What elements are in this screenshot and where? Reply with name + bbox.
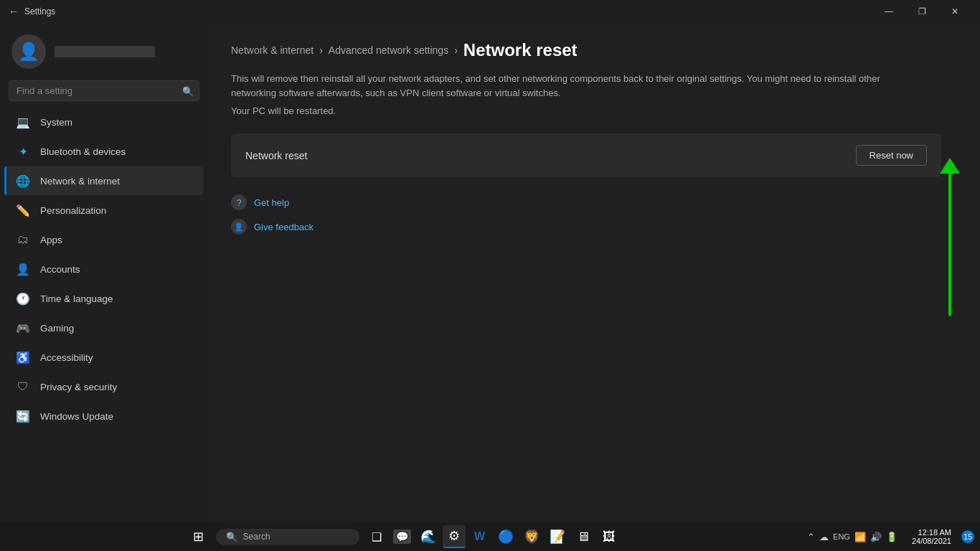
sidebar-label-apps: Apps: [40, 235, 62, 245]
sidebar-label-personalization: Personalization: [40, 205, 106, 216]
content-area: Network & internet › Advanced network se…: [208, 23, 980, 522]
arrow-line: [948, 172, 951, 316]
help-links: ? Get help 👤 Give feedback: [231, 194, 957, 235]
user-name-placeholder: [55, 46, 155, 57]
sidebar-item-accounts[interactable]: 👤 Accounts: [4, 255, 204, 283]
tray-battery[interactable]: 🔋: [886, 532, 897, 542]
tray-keyboard[interactable]: ENG: [833, 532, 850, 541]
give-feedback-link[interactable]: 👤 Give feedback: [231, 219, 957, 235]
taskbar-remote[interactable]: 🖥: [572, 525, 595, 548]
sidebar-label-update: Windows Update: [40, 411, 113, 422]
edge-icon: 🌊: [420, 529, 436, 545]
main-window: 👤 🔍 💻 System ✦ Bluetooth & devices 🌐 Net…: [0, 23, 980, 522]
taskbar-photos[interactable]: 🖼: [598, 525, 621, 548]
sidebar-item-privacy[interactable]: 🛡 Privacy & security: [4, 372, 204, 401]
clock[interactable]: 12:18 AM 24/08/2021: [906, 528, 957, 545]
sidebar-item-time[interactable]: 🕐 Time & language: [4, 284, 204, 313]
minimize-button[interactable]: —: [872, 0, 905, 23]
start-button[interactable]: ⊞: [187, 525, 210, 548]
word-icon: W: [474, 530, 485, 543]
taskbar-search-icon: 🔍: [226, 532, 237, 542]
accessibility-icon: ♿: [16, 350, 30, 364]
accounts-icon: 👤: [16, 262, 30, 276]
give-feedback-label: Give feedback: [254, 222, 314, 232]
get-help-link[interactable]: ? Get help: [231, 194, 957, 210]
apps-icon: 🗂: [16, 232, 30, 247]
breadcrumb-advanced[interactable]: Advanced network settings: [329, 44, 448, 56]
brave-icon: 🦁: [524, 529, 540, 545]
taskbar-word[interactable]: W: [468, 525, 491, 548]
page-description: This will remove then reinstall all your…: [231, 72, 920, 100]
taskbar-search-text: Search: [243, 532, 270, 542]
user-icon: 👤: [18, 42, 39, 62]
tray-chevron[interactable]: ⌃: [807, 532, 815, 542]
search-icon: 🔍: [182, 85, 194, 96]
notification-badge[interactable]: 15: [961, 530, 974, 543]
reset-card-label: Network reset: [245, 150, 307, 161]
titlebar-controls: — ❐ ✕: [872, 0, 971, 23]
maximize-button[interactable]: ❐: [905, 0, 938, 23]
sidebar-item-bluetooth[interactable]: ✦ Bluetooth & devices: [4, 137, 204, 166]
sidebar-item-accessibility[interactable]: ♿ Accessibility: [4, 343, 204, 372]
taskbar-teams[interactable]: 💬: [391, 525, 414, 548]
sidebar-label-system: System: [40, 117, 72, 128]
teams-icon: 💬: [393, 529, 411, 544]
close-button[interactable]: ✕: [938, 0, 971, 23]
chrome-icon: 🔵: [498, 529, 514, 545]
gaming-icon: 🎮: [16, 321, 30, 335]
taskbar-app9[interactable]: 📝: [546, 525, 569, 548]
system-tray: ⌃ ☁ ENG 📶 🔊 🔋: [801, 532, 903, 542]
taskbar-edge[interactable]: 🌊: [417, 525, 440, 548]
green-arrow-annotation: [940, 158, 960, 316]
reset-card: Network reset Reset now: [231, 133, 941, 177]
breadcrumb-sep-1: ›: [319, 44, 323, 56]
breadcrumb-current: Network reset: [463, 40, 578, 60]
sidebar-label-accessibility: Accessibility: [40, 352, 93, 363]
bluetooth-icon: ✦: [16, 144, 30, 159]
tray-cloud[interactable]: ☁: [819, 532, 829, 542]
breadcrumb-sep-2: ›: [454, 44, 458, 56]
update-icon: 🔄: [16, 409, 30, 423]
sidebar: 👤 🔍 💻 System ✦ Bluetooth & devices 🌐 Net…: [0, 23, 208, 522]
user-profile[interactable]: 👤: [0, 23, 208, 77]
give-feedback-icon: 👤: [231, 219, 247, 235]
get-help-label: Get help: [254, 197, 289, 208]
taskbar-chrome[interactable]: 🔵: [494, 525, 517, 548]
sidebar-item-update[interactable]: 🔄 Windows Update: [4, 402, 204, 430]
breadcrumb-network[interactable]: Network & internet: [231, 44, 314, 56]
sidebar-item-personalization[interactable]: ✏️ Personalization: [4, 196, 204, 225]
taskbar-search[interactable]: 🔍 Search: [216, 529, 359, 545]
settings-icon: ⚙: [448, 528, 460, 544]
breadcrumb: Network & internet › Advanced network se…: [231, 40, 957, 60]
sidebar-item-network[interactable]: 🌐 Network & internet: [4, 166, 204, 195]
titlebar: ← Settings — ❐ ✕: [0, 0, 980, 23]
taskbar-brave[interactable]: 🦁: [520, 525, 543, 548]
sidebar-item-apps[interactable]: 🗂 Apps: [4, 225, 204, 254]
avatar: 👤: [11, 34, 46, 69]
start-icon: ⊞: [193, 529, 204, 545]
taskbar-settings[interactable]: ⚙: [443, 525, 466, 548]
page-sub-description: Your PC will be restarted.: [231, 105, 957, 116]
get-help-icon: ?: [231, 194, 247, 210]
clock-time: 12:18 AM: [912, 528, 951, 537]
system-icon: 💻: [16, 115, 30, 129]
network-icon: 🌐: [16, 174, 30, 188]
sidebar-label-privacy: Privacy & security: [40, 382, 117, 392]
sidebar-label-bluetooth: Bluetooth & devices: [40, 146, 126, 157]
privacy-icon: 🛡: [16, 380, 30, 394]
nav-list: 💻 System ✦ Bluetooth & devices 🌐 Network…: [0, 107, 208, 431]
taskbar-widgets[interactable]: ❑: [365, 525, 388, 548]
tray-wifi[interactable]: 📶: [854, 532, 866, 542]
titlebar-title: Settings: [24, 6, 55, 17]
sidebar-label-network: Network & internet: [40, 176, 120, 187]
sidebar-item-gaming[interactable]: 🎮 Gaming: [4, 314, 204, 342]
personalization-icon: ✏️: [16, 203, 30, 217]
sidebar-label-accounts: Accounts: [40, 264, 80, 275]
sidebar-label-gaming: Gaming: [40, 323, 74, 334]
reset-now-button[interactable]: Reset now: [856, 145, 927, 166]
settings-back-icon[interactable]: ←: [9, 6, 19, 17]
search-input[interactable]: [9, 80, 199, 101]
remote-icon: 🖥: [577, 529, 590, 545]
tray-volume[interactable]: 🔊: [870, 532, 882, 542]
sidebar-item-system[interactable]: 💻 System: [4, 108, 204, 136]
